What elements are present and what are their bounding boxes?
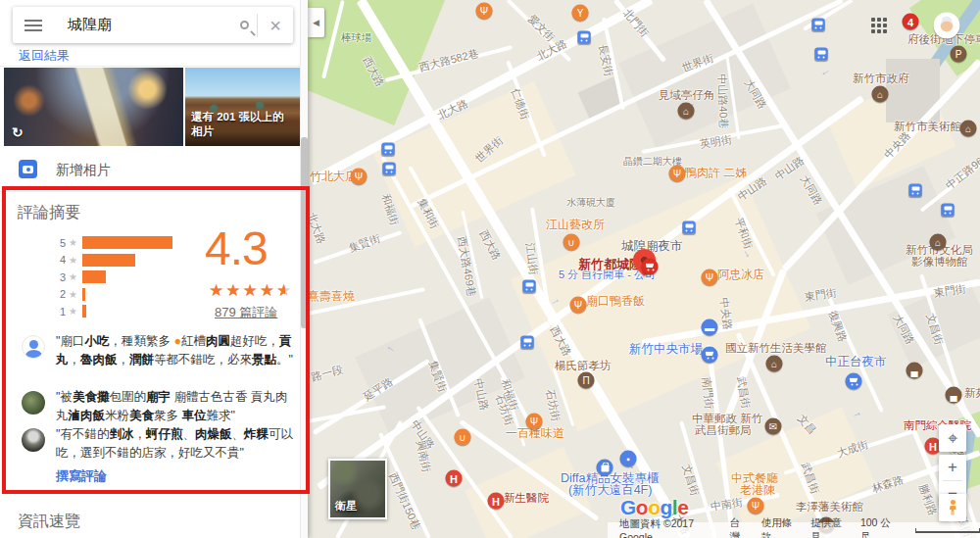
map-label[interactable]: 國立新竹生活美學館: [725, 341, 827, 356]
restaurant-poi-icon[interactable]: [669, 166, 686, 182]
parking-poi-icon[interactable]: [951, 46, 967, 63]
shopping-poi-icon[interactable]: [597, 460, 613, 476]
close-icon[interactable]: ×: [258, 16, 293, 35]
write-review-link[interactable]: 撰寫評論: [56, 467, 107, 485]
menu-icon[interactable]: [24, 20, 42, 22]
market-poi-icon[interactable]: [702, 347, 718, 364]
hotel-poi-icon[interactable]: [906, 363, 923, 379]
sidebar-scrollbar[interactable]: [300, 0, 308, 538]
hotel-poi-icon[interactable]: [946, 387, 962, 404]
map-label[interactable]: 鴨肉許 二姊: [685, 165, 747, 181]
overall-rating: 4.3: [205, 221, 268, 275]
place-photo-more[interactable]: 還有 201 張以上的相片: [185, 68, 300, 146]
place-photo-main[interactable]: ↻: [4, 68, 183, 146]
histogram-row[interactable]: 2★: [56, 288, 203, 301]
map-label[interactable]: 江山藝改所: [546, 217, 605, 233]
pegman-icon: [948, 500, 957, 515]
apps-grid-icon[interactable]: [870, 17, 888, 34]
hospital-poi-icon[interactable]: [488, 493, 505, 510]
market-poi-icon[interactable]: [846, 373, 862, 390]
histogram-row[interactable]: 1★: [56, 305, 203, 318]
review-excerpt-text: "有不錯的剉冰，蚵仔煎、肉燥飯、炸粿可以吃，選到不錯的店家，好吃又不貴": [56, 425, 298, 462]
one-way-arrow: →: [819, 67, 835, 82]
google-logo[interactable]: Google: [620, 496, 688, 519]
map-label[interactable]: 新竹市政府: [853, 72, 909, 86]
hospital-poi-icon[interactable]: [446, 470, 463, 487]
map-label[interactable]: 新竹中央市場: [629, 341, 703, 358]
map-label: 英明街: [699, 132, 733, 152]
restaurant-poi-icon[interactable]: [526, 414, 543, 430]
bus-stop-icon[interactable]: [578, 31, 591, 44]
map-label[interactable]: 中正台夜市: [825, 354, 887, 370]
bus-stop-icon[interactable]: [521, 336, 534, 349]
star-icon: ★: [69, 237, 77, 248]
scrollbar-thumb[interactable]: [301, 137, 308, 328]
back-row: 返回結果: [0, 43, 300, 67]
my-location-button[interactable]: ⌖: [939, 424, 966, 452]
search-input[interactable]: 城隍廟: [68, 16, 240, 34]
notification-badge[interactable]: 4: [903, 14, 919, 30]
map-label[interactable]: 楊氏節孝坊: [555, 359, 612, 373]
contributor-avatar[interactable]: [934, 13, 960, 39]
pegman-button[interactable]: [939, 494, 966, 521]
atm-poi-icon[interactable]: [702, 319, 718, 336]
bus-stop-icon[interactable]: [909, 184, 922, 197]
bus-stop-icon[interactable]: [523, 280, 536, 293]
bus-stop-icon[interactable]: [812, 19, 825, 31]
add-photo-label: 新增相片: [56, 162, 111, 179]
restaurant-poi-icon[interactable]: [570, 297, 587, 314]
reviewer-avatar: [22, 391, 45, 415]
bus-stop-icon[interactable]: [383, 163, 396, 175]
map-label[interactable]: 廟口鴨香飯: [586, 293, 645, 310]
restaurant-poi-icon[interactable]: [748, 498, 764, 514]
map-label[interactable]: 武昌街郵局: [695, 423, 752, 438]
histogram-row[interactable]: 5★: [56, 236, 203, 249]
map-label[interactable]: 熹壽喜燒: [308, 288, 355, 305]
civic-poi-icon[interactable]: [872, 86, 889, 103]
post-office-poi-icon[interactable]: [765, 418, 782, 435]
review-count-link[interactable]: 879 篇評論: [215, 304, 277, 321]
civic-poi-icon[interactable]: [678, 103, 695, 120]
civic-poi-icon[interactable]: [960, 121, 977, 137]
star-icon: ★: [69, 306, 77, 317]
bar-poi-icon[interactable]: [572, 5, 589, 22]
map-canvas[interactable]: →→→→→→→ 西大路西大路582巷北大路北大路北大路世界街世界街英明街北門街長…: [308, 0, 980, 538]
star-rating: ★★★★★★★★★★: [209, 280, 293, 301]
monument-poi-icon[interactable]: [578, 372, 595, 389]
bus-stop-icon[interactable]: [683, 221, 696, 234]
map-label[interactable]: 新竹市美術館: [894, 120, 961, 134]
map-label[interactable]: 老港陳: [740, 482, 775, 499]
collapse-panel-button[interactable]: ◀: [308, 8, 324, 37]
attribution-text: 地圖資料 ©2017 Google: [619, 517, 715, 538]
zoom-in-button[interactable]: +: [939, 455, 966, 480]
restaurant-poi-icon[interactable]: [476, 3, 493, 20]
map-label[interactable]: 影像博物館: [911, 255, 968, 269]
restaurant-poi-icon[interactable]: [702, 269, 718, 286]
civic-poi-icon[interactable]: [930, 234, 947, 251]
search-box[interactable]: 城隍廟 ×: [13, 7, 293, 43]
histogram-row[interactable]: 4★: [56, 254, 203, 267]
attribution-link[interactable]: 使用條款: [761, 516, 798, 538]
civic-poi-icon[interactable]: [766, 356, 783, 372]
cafe-poi-icon[interactable]: [564, 234, 580, 251]
cafe-poi-icon[interactable]: [455, 429, 471, 446]
satellite-toggle-thumbnail[interactable]: 衛星: [328, 459, 387, 519]
add-photo-row[interactable]: 新增相片: [0, 146, 300, 192]
google-logo-letter: o: [636, 496, 648, 518]
map-label[interactable]: 阿忠冰店: [717, 267, 764, 283]
search-icon[interactable]: [240, 21, 249, 29]
back-to-results-link[interactable]: 返回結果: [19, 47, 70, 65]
map-label: 復興路: [825, 309, 850, 344]
attribution-link[interactable]: 提供意見: [810, 516, 847, 538]
map-label[interactable]: 新苑: [964, 386, 980, 401]
histogram-row[interactable]: 3★: [56, 270, 203, 283]
bus-stop-icon[interactable]: [815, 48, 828, 61]
map-label[interactable]: 新生醫院: [504, 491, 549, 506]
bus-stop-icon[interactable]: [382, 143, 395, 156]
bus-stop-icon[interactable]: [942, 204, 955, 217]
restaurant-poi-icon[interactable]: [351, 169, 368, 185]
map-label[interactable]: 李澤藩美術館: [796, 500, 863, 514]
store-poi-icon[interactable]: [620, 451, 637, 467]
map-label[interactable]: 見域亭仔角: [659, 88, 715, 103]
selected-market-icon[interactable]: [642, 259, 659, 275]
